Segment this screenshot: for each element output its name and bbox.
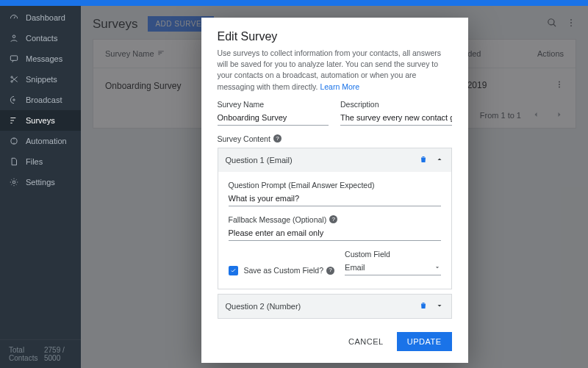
fallback-input[interactable] (229, 226, 441, 241)
sidebar-item-broadcast[interactable]: Broadcast (0, 90, 81, 110)
sidebar-item-automation[interactable]: Automation (0, 131, 81, 151)
sidebar-item-surveys[interactable]: Surveys (0, 110, 81, 131)
gear-icon (9, 177, 19, 187)
dialog-title: Edit Survey (218, 30, 452, 43)
sidebar: Dashboard Contacts Messages Snippets Bro… (0, 6, 81, 368)
content: Surveys ADD SURVEY Survey Name Date Adde… (81, 6, 588, 368)
sidebar-item-label: Dashboard (26, 13, 65, 22)
update-button[interactable]: UPDATE (397, 332, 452, 351)
user-icon (9, 33, 19, 43)
sidebar-item-label: Messages (26, 54, 62, 63)
survey-name-input[interactable] (218, 111, 329, 126)
question-prompt-label: Question Prompt (Email Answer Expected) (229, 181, 441, 190)
svg-point-0 (12, 35, 15, 38)
svg-point-6 (12, 181, 15, 184)
survey-icon (9, 115, 19, 126)
chevron-down-icon[interactable] (435, 301, 444, 311)
sidebar-item-files[interactable]: Files (0, 151, 81, 172)
chevron-up-icon[interactable] (435, 155, 444, 165)
question-2-header[interactable]: Question 2 (Number) (218, 295, 451, 318)
survey-name-label: Survey Name (218, 100, 329, 109)
question-prompt-input[interactable] (229, 192, 441, 206)
sidebar-item-label: Snippets (26, 75, 57, 84)
question-card-1: Question 1 (Email) Question Prompt (Emai… (218, 148, 452, 289)
sidebar-item-snippets[interactable]: Snippets (0, 69, 81, 90)
fallback-label: Fallback Message (Optional) ? (229, 215, 441, 224)
file-icon (9, 156, 19, 167)
custom-field-label: Custom Field (345, 250, 440, 259)
save-custom-field-checkbox[interactable] (229, 266, 238, 275)
question-card-2: Question 2 (Number) (218, 294, 452, 319)
cancel-button[interactable]: CANCEL (345, 332, 387, 351)
help-icon[interactable]: ? (326, 267, 334, 275)
sidebar-item-label: Broadcast (26, 95, 62, 104)
edit-survey-dialog: Edit Survey Use surveys to collect infor… (201, 18, 468, 363)
svg-point-4 (13, 99, 15, 101)
help-icon[interactable]: ? (273, 134, 282, 142)
sidebar-item-label: Automation (26, 137, 67, 145)
svg-point-3 (11, 81, 12, 82)
save-custom-field-label: Save as Custom Field? ? (244, 266, 335, 275)
survey-description-input[interactable] (340, 111, 452, 126)
sidebar-item-label: Contacts (26, 34, 57, 43)
sidebar-item-dashboard[interactable]: Dashboard (0, 7, 81, 28)
footer-label: Total Contacts (9, 346, 44, 362)
sidebar-item-label: Files (26, 157, 43, 166)
topbar (0, 0, 588, 6)
svg-rect-1 (10, 56, 17, 60)
footer-count: 2759 / 5000 (44, 346, 74, 362)
broadcast-icon (9, 95, 19, 105)
sidebar-item-messages[interactable]: Messages (0, 48, 81, 69)
trash-icon[interactable] (419, 301, 428, 311)
scissors-icon (9, 74, 19, 84)
dialog-description: Use surveys to collect information from … (218, 48, 452, 93)
modal-overlay[interactable]: Edit Survey Use surveys to collect infor… (81, 6, 588, 368)
question-1-header[interactable]: Question 1 (Email) (218, 148, 451, 172)
gauge-icon (9, 12, 19, 23)
chat-icon (9, 54, 19, 64)
svg-point-2 (11, 76, 12, 78)
sidebar-item-label: Settings (26, 178, 55, 187)
trash-icon[interactable] (419, 155, 428, 165)
sidebar-footer: Total Contacts 2759 / 5000 (0, 339, 81, 368)
sidebar-item-contacts[interactable]: Contacts (0, 28, 81, 48)
custom-field-select[interactable]: Email (345, 261, 440, 275)
learn-more-link[interactable]: Learn More (320, 82, 359, 91)
survey-content-label: Survey Content? (218, 134, 452, 143)
survey-description-label: Description (340, 100, 452, 109)
help-icon[interactable]: ? (329, 215, 337, 223)
sidebar-item-settings[interactable]: Settings (0, 172, 81, 192)
automation-icon (9, 136, 19, 146)
sidebar-item-label: Surveys (26, 116, 55, 125)
